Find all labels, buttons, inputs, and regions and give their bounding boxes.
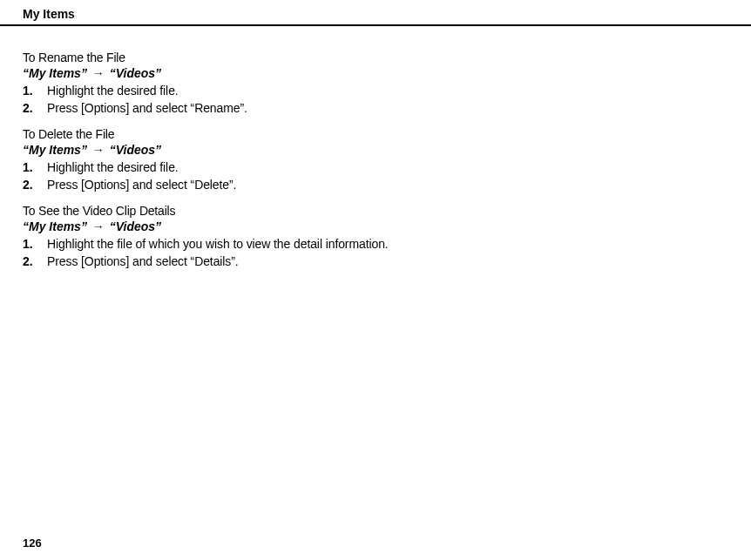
step: 1. Highlight the file of which you wish … (23, 237, 728, 251)
step-number: 2. (23, 178, 47, 192)
arrow-icon: → (92, 66, 105, 80)
nav-path-part2: “Videos” (110, 219, 161, 233)
nav-path-part2: “Videos” (110, 66, 161, 80)
nav-path: “My Items” → “Videos” (23, 66, 728, 80)
step-number: 1. (23, 84, 47, 98)
step: 1. Highlight the desired file. (23, 84, 728, 98)
step: 2. Press [Options] and select “Details”. (23, 254, 728, 268)
step-number: 1. (23, 237, 47, 251)
step-text: Highlight the file of which you wish to … (47, 237, 389, 251)
nav-path-part2: “Videos” (110, 143, 161, 157)
nav-path-part1: “My Items” (23, 66, 87, 80)
section-details: To See the Video Clip Details “My Items”… (23, 204, 728, 268)
page-header: My Items (0, 0, 751, 26)
step-text: Press [Options] and select “Details”. (47, 254, 239, 268)
page-header-title: My Items (23, 7, 728, 21)
section-title: To Rename the File (23, 51, 728, 64)
arrow-icon: → (92, 219, 105, 233)
step: 1. Highlight the desired file. (23, 160, 728, 174)
step-text: Highlight the desired file. (47, 84, 179, 98)
step: 2. Press [Options] and select “Rename”. (23, 101, 728, 115)
step-text: Highlight the desired file. (47, 160, 179, 174)
section-title: To See the Video Clip Details (23, 204, 728, 218)
step: 2. Press [Options] and select “Delete”. (23, 178, 728, 192)
nav-path: “My Items” → “Videos” (23, 143, 728, 157)
step-number: 2. (23, 254, 47, 268)
section-delete: To Delete the File “My Items” → “Videos”… (23, 127, 728, 192)
step-text: Press [Options] and select “Delete”. (47, 178, 236, 192)
nav-path: “My Items” → “Videos” (23, 219, 728, 233)
nav-path-part1: “My Items” (23, 143, 87, 157)
step-text: Press [Options] and select “Rename”. (47, 101, 247, 115)
section-title: To Delete the File (23, 127, 728, 141)
step-number: 2. (23, 101, 47, 115)
page-number: 126 (23, 536, 42, 550)
arrow-icon: → (92, 143, 105, 157)
section-rename: To Rename the File “My Items” → “Videos”… (23, 51, 728, 115)
nav-path-part1: “My Items” (23, 219, 87, 233)
content-area: To Rename the File “My Items” → “Videos”… (0, 51, 751, 268)
step-number: 1. (23, 160, 47, 174)
